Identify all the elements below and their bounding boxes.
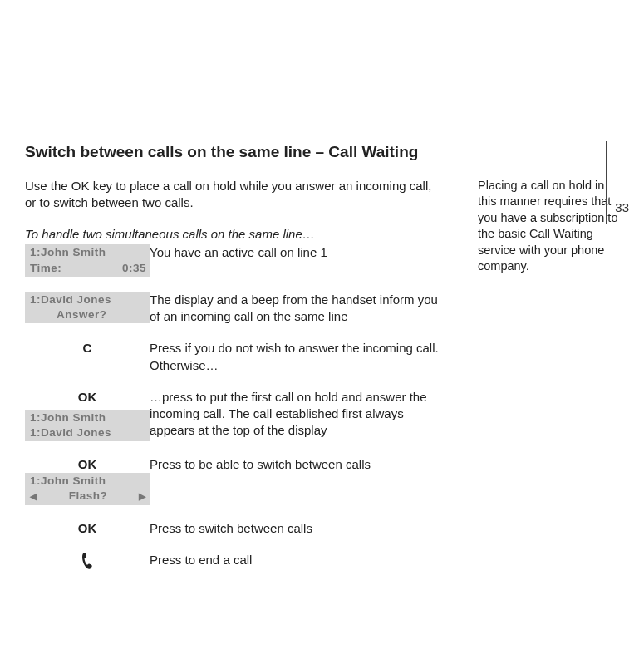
display-line: 1:John Smith (30, 411, 146, 425)
display-line: 1:John Smith (30, 474, 146, 489)
step-left: 1:John Smith Time: 0:35 (25, 244, 150, 276)
phone-handset-icon (80, 552, 95, 570)
page: 33 Switch between calls on the same line… (0, 141, 644, 649)
step-description: Press if you do not wish to answer the i… (150, 340, 440, 374)
step-row: OK Press to be able to switch between ca… (25, 456, 440, 473)
header-rule (606, 141, 607, 224)
step-row: C Press if you do not wish to answer the… (25, 340, 440, 374)
step-row: Press to end a call (25, 552, 440, 573)
display-line: ◀ Flash? ▶ (30, 489, 146, 504)
spacer (150, 473, 440, 504)
step-left: 1:John Smith 1:David Jones (25, 410, 150, 441)
display-label: Time: (30, 261, 61, 276)
step-description: The display and a beep from the handset … (150, 292, 440, 326)
phone-display: 1:John Smith 1:David Jones (25, 410, 150, 441)
display-line: 1:John Smith (30, 245, 146, 260)
step-left: 1:John Smith ◀ Flash? ▶ (25, 473, 150, 504)
page-heading: Switch between calls on the same line – … (25, 141, 619, 163)
right-arrow-icon: ▶ (139, 490, 146, 503)
page-number: 33 (615, 199, 629, 216)
phone-display: 1:David Jones Answer? (25, 292, 150, 323)
phone-display: 1:John Smith Time: 0:35 (25, 244, 150, 276)
content-columns: Use the OK key to place a call on hold w… (25, 178, 619, 588)
display-line: 1:David Jones (30, 425, 146, 440)
display-line: Time: 0:35 (30, 261, 146, 276)
left-arrow-icon: ◀ (30, 490, 37, 503)
hangup-icon (25, 552, 150, 573)
step-row: OK Press to switch between calls (25, 520, 440, 537)
step-row: 1:John Smith ◀ Flash? ▶ (25, 473, 440, 504)
display-value: 0:35 (122, 261, 146, 276)
spacer (150, 410, 440, 441)
display-line: Answer? (30, 307, 146, 322)
side-note: Placing a call on hold in this manner re… (478, 178, 619, 588)
step-row: 1:David Jones Answer? The display and a … (25, 292, 440, 326)
step-description: Press to end a call (150, 552, 440, 573)
key-label-ok: OK (25, 456, 150, 473)
key-label-c: C (25, 340, 150, 374)
key-label-ok: OK (25, 520, 150, 537)
step-description: You have an active call on line 1 (150, 244, 440, 276)
sub-heading: To handle two simultaneous calls on the … (25, 226, 440, 243)
phone-display: 1:John Smith ◀ Flash? ▶ (25, 473, 150, 504)
step-left: 1:David Jones Answer? (25, 292, 150, 326)
step-description: Press to be able to switch between calls (150, 456, 440, 473)
step-row: 1:John Smith Time: 0:35 You have an acti… (25, 244, 440, 276)
main-column: Use the OK key to place a call on hold w… (25, 178, 440, 588)
display-flash: Flash? (69, 489, 108, 504)
step-description: Press to switch between calls (150, 520, 440, 537)
step-row: 1:John Smith 1:David Jones (25, 410, 440, 441)
display-line: 1:David Jones (30, 293, 146, 307)
intro-text: Use the OK key to place a call on hold w… (25, 178, 440, 212)
